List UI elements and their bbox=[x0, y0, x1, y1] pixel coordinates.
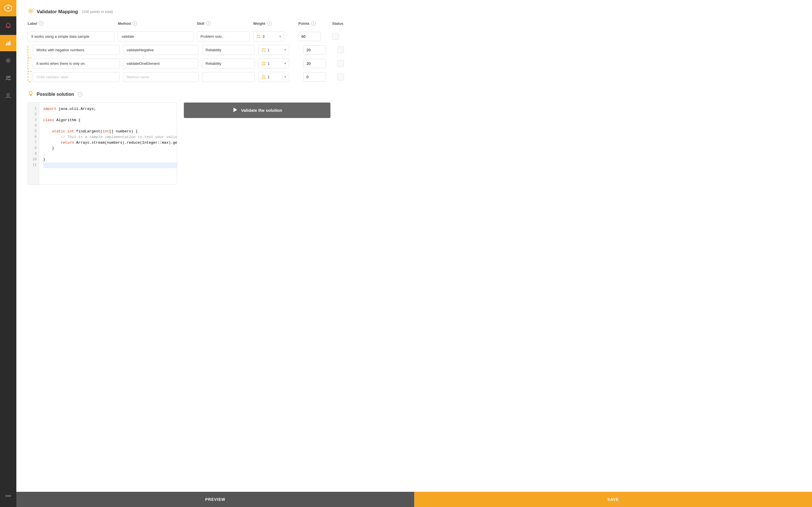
line-num-11: 11 bbox=[33, 163, 37, 168]
method-input-4[interactable] bbox=[123, 72, 199, 82]
skill-cell-1 bbox=[197, 32, 253, 41]
method-info-icon[interactable]: i bbox=[133, 21, 137, 25]
status-checkbox-4[interactable] bbox=[337, 73, 344, 80]
svg-point-6 bbox=[6, 76, 8, 78]
label-cell-1 bbox=[28, 32, 118, 41]
points-info-icon[interactable]: i bbox=[311, 21, 316, 25]
points-number-4[interactable] bbox=[304, 73, 326, 81]
method-cell-3 bbox=[123, 59, 202, 68]
points-input-4: ▲ ▼ bbox=[303, 72, 326, 82]
line-num-10: 10 bbox=[33, 157, 37, 163]
skill-input-1[interactable] bbox=[197, 32, 250, 41]
solution-title: Possible solution bbox=[37, 92, 74, 97]
svg-point-9 bbox=[30, 10, 32, 12]
validator-gear-icon bbox=[28, 8, 34, 14]
play-icon bbox=[232, 107, 238, 114]
table-row: ⚖ 3 ▾ ▲ ▼ bbox=[28, 31, 801, 41]
points-cell-3: ▲ ▼ bbox=[303, 59, 337, 68]
points-cell-4: ▲ ▼ bbox=[303, 72, 337, 82]
label-input-2[interactable] bbox=[33, 45, 119, 55]
sidebar-item-dashboard[interactable] bbox=[0, 35, 16, 51]
validator-mapping-header: Validator Mapping (100 points in total) bbox=[28, 8, 801, 15]
method-column-header: Method i bbox=[118, 21, 197, 25]
status-checkbox-1[interactable] bbox=[332, 33, 339, 40]
preview-button[interactable]: PREVIEW bbox=[16, 492, 414, 507]
points-number-2[interactable] bbox=[304, 46, 326, 54]
weight-select-2[interactable]: ⚖ 1 ▾ bbox=[258, 45, 289, 55]
play-triangle-icon bbox=[232, 107, 238, 113]
method-input-3[interactable] bbox=[123, 59, 199, 68]
weight-info-icon[interactable]: i bbox=[267, 21, 271, 25]
profile-icon bbox=[5, 93, 11, 99]
child-connector-3 bbox=[28, 58, 32, 72]
points-column-header: Points i bbox=[298, 21, 332, 25]
weight-value-1: 3 bbox=[262, 34, 278, 39]
method-cell-4 bbox=[123, 72, 202, 82]
code-content[interactable]: import java.util.Arrays; class Algorithm… bbox=[39, 103, 177, 184]
logo-icon bbox=[4, 4, 12, 12]
weight-value-3: 1 bbox=[267, 61, 283, 66]
weight-value-4: 1 bbox=[267, 75, 283, 79]
svg-rect-4 bbox=[9, 41, 10, 45]
sidebar-logo[interactable] bbox=[0, 0, 16, 16]
settings-icon bbox=[5, 57, 11, 64]
solution-info-icon[interactable]: i bbox=[78, 92, 82, 97]
weight-select-1[interactable]: ⚖ 3 ▾ bbox=[253, 31, 284, 41]
sidebar-item-settings[interactable] bbox=[0, 52, 16, 69]
content-area: Validator Mapping (100 points in total) … bbox=[16, 0, 812, 492]
status-checkbox-2[interactable] bbox=[337, 47, 344, 53]
line-num-9: 9 bbox=[35, 151, 37, 157]
line-num-6: 6 bbox=[35, 134, 37, 140]
line-num-3: 3 bbox=[35, 117, 37, 123]
table-row: ⚖ 1 ▾ ▲ ▼ bbox=[33, 45, 801, 55]
weight-cell-2: ⚖ 1 ▾ bbox=[258, 45, 303, 55]
code-line-6: // This is a sample implementation to te… bbox=[43, 134, 177, 140]
label-input-4[interactable] bbox=[33, 72, 119, 82]
label-input-3[interactable] bbox=[33, 59, 119, 68]
bell-icon bbox=[5, 22, 11, 29]
points-number-1[interactable] bbox=[299, 32, 321, 41]
child-connector-4 bbox=[28, 72, 32, 82]
code-line-10: } bbox=[43, 157, 177, 163]
svg-rect-2 bbox=[6, 43, 7, 45]
method-input-1[interactable] bbox=[118, 32, 193, 41]
sidebar-item-users[interactable] bbox=[0, 70, 16, 86]
label-input-1[interactable] bbox=[28, 32, 114, 41]
status-cell-1 bbox=[332, 33, 355, 40]
weight-value-2: 1 bbox=[267, 48, 283, 52]
weight-icon-1: ⚖ bbox=[256, 33, 261, 40]
sidebar-item-notifications[interactable] bbox=[0, 17, 16, 34]
code-editor[interactable]: 1 2 3 4 5 6 7 8 9 10 11 import java.util… bbox=[28, 103, 177, 185]
solution-area: 1 2 3 4 5 6 7 8 9 10 11 import java.util… bbox=[28, 103, 801, 185]
weight-select-4[interactable]: ⚖ 1 ▾ bbox=[258, 72, 289, 82]
chevron-down-icon-3: ▾ bbox=[285, 62, 286, 65]
save-button[interactable]: SAVE bbox=[414, 492, 812, 507]
status-checkbox-3[interactable] bbox=[337, 60, 344, 67]
method-cell-1 bbox=[118, 32, 197, 41]
table-header: Label i Method i Skill i Weight i Points bbox=[28, 21, 801, 29]
points-number-3[interactable] bbox=[304, 59, 326, 68]
status-cell-2 bbox=[337, 47, 360, 53]
validate-solution-button[interactable]: Validate the solution bbox=[184, 103, 331, 118]
skill-input-4[interactable] bbox=[202, 72, 255, 82]
sidebar-expand-button[interactable]: >>> bbox=[0, 488, 16, 504]
sidebar-item-profile[interactable] bbox=[0, 87, 16, 104]
line-num-7: 7 bbox=[35, 140, 37, 146]
weight-select-3[interactable]: ⚖ 1 ▾ bbox=[258, 58, 289, 68]
weight-icon-3: ⚖ bbox=[261, 60, 266, 66]
label-info-icon[interactable]: i bbox=[39, 21, 43, 25]
chevron-down-icon-2: ▾ bbox=[285, 48, 286, 52]
chart-icon bbox=[5, 40, 11, 46]
method-input-2[interactable] bbox=[123, 45, 199, 55]
main-content: Validator Mapping (100 points in total) … bbox=[16, 0, 812, 507]
line-num-4: 4 bbox=[35, 123, 37, 129]
weight-cell-1: ⚖ 3 ▾ bbox=[253, 31, 298, 41]
skill-input-3[interactable] bbox=[202, 59, 255, 68]
svg-point-10 bbox=[29, 92, 32, 94]
skill-input-2[interactable] bbox=[202, 45, 255, 55]
chevron-down-icon-4: ▾ bbox=[285, 75, 286, 79]
label-cell-2 bbox=[33, 45, 123, 55]
skill-info-icon[interactable]: i bbox=[206, 21, 211, 25]
lightbulb-icon bbox=[28, 91, 34, 97]
solution-section-header: Possible solution i bbox=[28, 91, 801, 98]
